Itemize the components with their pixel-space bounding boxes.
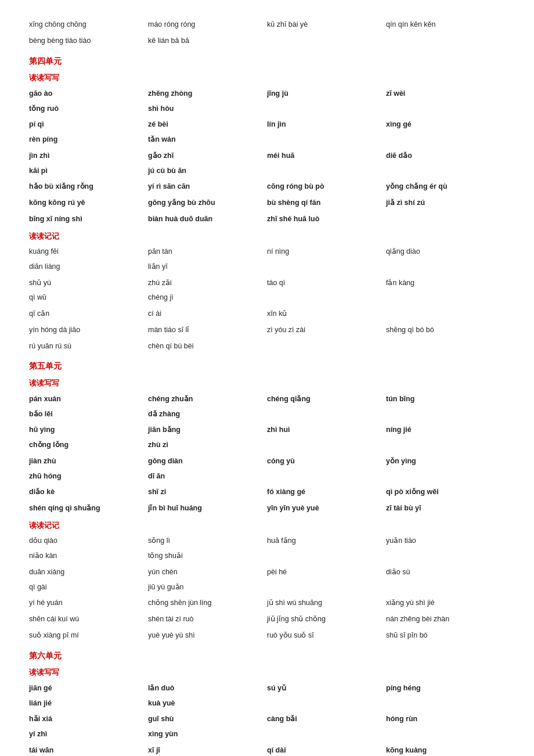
unit4-title: 第四单元 <box>29 53 505 69</box>
word-item: lián jié <box>29 696 148 711</box>
word-item: jǐn bì huī huáng <box>148 501 267 516</box>
word-item: lǎn duò <box>148 681 267 696</box>
word-item: gǎo zhī <box>148 149 267 164</box>
word-item: ní nìng <box>267 244 386 260</box>
word-item: jīng jù <box>267 87 386 102</box>
row: tái wān xī jī qí dài kōng kuàng zàn tíng <box>29 743 505 756</box>
word-item: jiàn zhù <box>29 454 148 469</box>
word-item: cóng yù <box>267 454 386 469</box>
word-item <box>267 339 386 354</box>
word-item: fǎn kàng <box>386 276 505 291</box>
word-item: jǔ shì wú shuāng <box>267 596 386 611</box>
row: pán xuán chéng zhuǎn chéng qiǎng tún bīn… <box>29 392 505 422</box>
word-item: rèn píng <box>29 132 148 147</box>
row: diǎo kè shī zi fó xiàng gé qì pò xiǒng w… <box>29 485 505 500</box>
word-item: kū zhī bài yè <box>267 17 386 33</box>
word-item: zhī shé huā luò <box>267 212 386 227</box>
word-item: qì wū <box>29 290 148 305</box>
word-item: kōng kōng rú yě <box>29 196 148 211</box>
word-item: bù shèng qí fán <box>267 196 386 211</box>
word-item: chèn qí bú bèi <box>148 339 267 354</box>
word-item: yí zhì <box>29 727 148 742</box>
word-item: xìng yùn <box>148 727 267 742</box>
row: dǒu qiào sǒng lì huā fǎng yuǎn tiào niǎo… <box>29 534 505 564</box>
word-item: qín qín kěn kěn <box>386 17 505 33</box>
word-item: gōng diàn <box>148 454 267 469</box>
word-item: huā fǎng <box>267 534 386 549</box>
word-item: pán xuán <box>29 392 148 407</box>
word-item: yín hóng dà jiāo <box>29 323 148 338</box>
unit6-read-write: 读读写写 <box>29 665 505 680</box>
word-item: lín jìn <box>267 117 386 132</box>
word-item: kāi pì <box>29 164 148 179</box>
word-item: yún chèn <box>148 565 267 580</box>
word-item: pèi hé <box>267 565 386 580</box>
word-item: qì pò xiǒng wěi <box>386 485 505 500</box>
word-item: nán zhěng bèi zhàn <box>386 612 505 627</box>
word-item: xiǎng yù shì jiè <box>386 596 505 611</box>
word-item: qí dài <box>267 743 386 756</box>
word-item: chǒng shēn jùn líng <box>148 596 267 611</box>
word-item: càng bǎi <box>267 712 386 727</box>
row: jiān gé lǎn duò sú yǔ píng héng lián jié… <box>29 681 505 711</box>
word-item: shén qíng qì shuǎng <box>29 501 148 516</box>
unit5-read-write: 读读写写 <box>29 376 505 391</box>
word-item: jú cù bù ān <box>148 164 267 179</box>
word-item: diē dǎo <box>386 149 505 164</box>
unit6-title: 第六单元 <box>29 648 505 664</box>
unit5-title: 第五单元 <box>29 358 505 374</box>
word-item: jiān bǎng <box>148 423 267 438</box>
word-item: shī zi <box>148 485 267 500</box>
word-item: chéng jì <box>148 290 267 305</box>
row: jìn zhì gǎo zhī méi huā diē dǎo kāi pì j… <box>29 149 505 179</box>
word-item: hóng rùn <box>386 712 505 727</box>
word-item: jìn zhì <box>29 149 148 164</box>
word-item: qī cǎn <box>29 307 148 322</box>
word-item: sú yǔ <box>267 681 386 696</box>
word-item: yǒng chǎng ér qù <box>386 179 505 195</box>
word-item: tún bīng <box>386 392 505 407</box>
word-item: hǎi xiá <box>29 712 148 727</box>
word-item: kě lián bā bā <box>148 34 267 49</box>
word-item: méi huā <box>267 149 386 164</box>
word-item <box>386 34 505 49</box>
top-section: xīng chōng chōng máo róng róng kū zhī bà… <box>29 17 505 49</box>
word-item: máo róng róng <box>148 17 267 33</box>
row: yín hóng dà jiāo màn tiáo sī lǐ zì yóu z… <box>29 323 505 338</box>
word-item: niǎo kàn <box>29 549 148 564</box>
word-item: zhù zi <box>148 438 267 453</box>
word-item: chéng zhuǎn <box>148 392 267 407</box>
row: pí qì zé bèi lín jìn xìng gé rèn píng tǎ… <box>29 117 505 147</box>
word-item: shǔ yú <box>29 276 148 291</box>
word-item: hǎo bù xiǎng rǒng <box>29 179 148 195</box>
word-item: diǎo sù <box>386 565 505 580</box>
word-item: shén tài zì ruò <box>148 612 267 627</box>
word-item: tǒng ruò <box>29 102 148 117</box>
word-item: táo qì <box>267 276 386 291</box>
row: kuáng fēi pān tán ní nìng qiǎng diào diā… <box>29 244 505 275</box>
word-item: yuǎn tiào <box>386 534 505 549</box>
word-item: jiǔ jǐng shǔ chǒng <box>267 612 386 627</box>
word-item <box>386 307 505 322</box>
word-item: guī shù <box>148 712 267 727</box>
word-item: duān xiáng <box>29 565 148 580</box>
word-item: gāo ào <box>29 87 148 102</box>
word-item: suǒ xiàng pī mí <box>29 628 148 643</box>
word-item <box>267 34 386 49</box>
word-item: yí hé yuán <box>29 596 148 611</box>
row: gāo ào zhěng zhòng jīng jù zī wèi tǒng r… <box>29 87 505 117</box>
word-item: tǎn wán <box>148 132 267 147</box>
row: duān xiáng yún chèn pèi hé diǎo sù qì gà… <box>29 565 505 595</box>
word-item: qiǎng diào <box>386 244 505 260</box>
row: hǎi xiá guī shù càng bǎi hóng rùn yí zhì… <box>29 712 505 742</box>
word-item: dǒu qiào <box>29 534 148 549</box>
word-item: cí ài <box>148 307 267 322</box>
word-item: yīn yīn yuè yuè <box>267 501 386 516</box>
word-item: zhū hóng <box>29 469 148 484</box>
word-item: cōng róng bù pò <box>267 179 386 195</box>
row: qī cǎn cí ài xīn kǔ <box>29 307 505 322</box>
row: kōng kōng rú yě gōng yǎng bù zhōu bù shè… <box>29 196 505 211</box>
row: bīng xī níng shì biàn huà duō duān zhī s… <box>29 212 505 227</box>
top-row-1: xīng chōng chōng máo róng róng kū zhī bà… <box>29 17 505 33</box>
word-item: màn tiáo sī lǐ <box>148 323 267 338</box>
